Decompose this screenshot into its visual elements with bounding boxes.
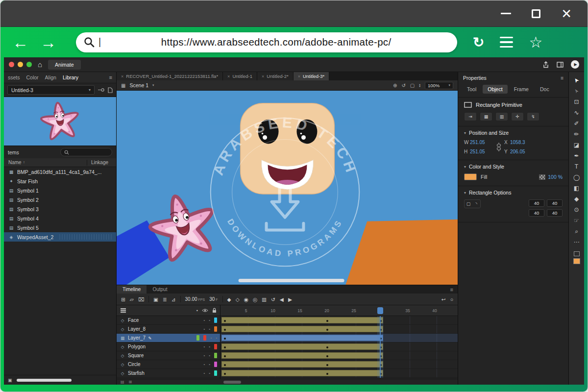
list-item[interactable]: ▤ Symbol 5 [4,223,116,232]
frame-rows[interactable] [220,316,458,378]
frame-row[interactable] [220,343,458,351]
minimize-button[interactable] [501,13,511,14]
more-tools-button[interactable]: ⋯ [570,237,583,247]
classic-brush-tool[interactable]: ✏ [570,129,583,139]
pin-library-icon[interactable] [98,88,104,92]
hand-tool[interactable]: ☞ [570,215,583,225]
lasso-tool[interactable]: ∿ [570,107,583,118]
maximize-button[interactable] [532,9,540,18]
x-value[interactable]: 1058.3 [510,140,537,145]
doc-tab[interactable]: × Untitled-2* [257,72,294,80]
forward-button[interactable]: → [40,34,56,50]
close-dot-icon[interactable] [9,62,14,67]
frame-row[interactable] [220,369,458,378]
onion-outline-icon[interactable]: ◎ [253,296,257,302]
frame-span[interactable] [221,370,383,376]
zoom-tool[interactable]: ⌕ [570,226,583,236]
url-bar[interactable]: | https://www.arabseedtech.com/adobe-ani… [76,32,457,52]
frames-area[interactable]: 5 10 15 20 25 30 35 40 [220,305,458,379]
pen-tool[interactable]: ✒ [570,150,583,161]
tab-object[interactable]: Object [483,85,507,94]
visibility-dot-icon[interactable]: • [203,344,205,349]
object-action-button[interactable]: ▦ [480,112,492,121]
edit-multiple-frames-icon[interactable]: ▥ [262,296,267,302]
doc-tab[interactable]: × RECOVER_Untitled-1_20221222153811.fla* [117,72,223,80]
object-action-button[interactable]: ⇥ [464,112,477,121]
radius-input-br[interactable]: 40 [547,209,563,217]
layers-stack-icon[interactable] [120,308,126,313]
lock-dot-icon[interactable]: • [209,344,210,349]
library-search-input[interactable] [60,148,112,156]
object-action-button[interactable]: ✛ [511,112,524,121]
advanced-layers-icon[interactable]: ≣ [163,296,167,302]
footer-icon[interactable]: ▣ [8,378,12,383]
fps-display[interactable]: 30.00 FPS [185,296,205,302]
frame-ruler[interactable]: 5 10 15 20 25 30 35 40 [220,305,458,316]
close-tab-icon[interactable]: × [121,74,123,79]
tab-frame[interactable]: Frame [509,85,534,94]
frame-span[interactable] [221,317,383,323]
stroke-color-swatch[interactable] [574,251,580,256]
layer-row[interactable]: ◇ Layer_8 • • [117,325,220,334]
close-tab-icon[interactable]: × [298,74,300,79]
rotate-view-icon[interactable]: ↺ [401,83,405,88]
insert-frame-icon[interactable]: ⊞ [121,296,125,302]
list-item[interactable]: ▤ Symbol 2 [4,195,116,204]
show-all-icon[interactable]: • [196,308,198,313]
timeline-horizontal-scrollbar[interactable] [223,381,241,384]
frame-span[interactable] [221,361,383,368]
scene-icon[interactable]: ▦ [121,83,125,88]
y-value[interactable]: 206.05 [510,149,537,154]
name-column-header[interactable]: Name [8,160,22,165]
orange-polygon[interactable] [345,220,458,285]
panel-menu-icon[interactable]: ≡ [561,75,564,81]
graph-editor-icon[interactable]: ⊿ [172,296,176,302]
lock-icon[interactable] [212,308,217,313]
tab-output[interactable]: Output [147,285,173,294]
onion-skin-icon[interactable]: ◉ [244,296,248,302]
layer-row-selected[interactable]: ▦ Layer_7 ✎ • • [117,334,220,343]
new-folder-icon[interactable]: ▱ [130,296,134,302]
list-item[interactable]: ▤ Symbol 4 [4,214,116,223]
radius-input-bl[interactable]: 40 [529,209,544,217]
clip-content-icon[interactable]: ▢ [410,83,415,88]
tab-color[interactable]: Color [26,74,39,80]
frame-row[interactable] [220,351,458,360]
visibility-dot-icon[interactable]: • [203,371,205,375]
record-icon[interactable]: ○ [450,296,453,302]
corner-mode-toggle[interactable]: ▢ ◝ [464,199,481,208]
tab-doc[interactable]: Doc [535,85,554,94]
new-library-panel-icon[interactable] [108,87,113,93]
section-header[interactable]: ▾ Rectangle Options [464,190,563,196]
zoom-select[interactable]: 100% ▾ [425,82,453,89]
frame-span[interactable] [221,343,383,350]
camera-icon[interactable]: ▣ [153,296,158,302]
lock-dot-icon[interactable]: • [216,336,217,340]
tab-timeline[interactable]: Timeline [117,285,147,294]
workspace-icon[interactable] [557,62,564,68]
horizontal-scrollbar[interactable] [17,379,72,382]
home-icon[interactable]: ⌂ [38,61,42,68]
corner-round-icon[interactable]: ◝ [472,200,480,208]
close-tab-icon[interactable]: × [262,74,264,79]
url-text[interactable]: https://www.arabseedtech.com/adobe-anima… [103,36,449,48]
paint-bucket-tool[interactable]: ◧ [570,183,583,193]
library-document-select[interactable]: Untitled-3 ▾ [7,85,95,95]
list-item[interactable]: ▤ Symbol 3 [4,204,116,214]
panel-menu-icon[interactable]: ≡ [450,285,458,294]
insert-blank-keyframe-icon[interactable]: ◇ [236,296,240,302]
layer-row[interactable]: ◇ Starfish • • [117,369,220,378]
back-button[interactable]: ← [12,34,28,50]
close-tab-icon[interactable]: × [227,74,230,79]
visibility-dot-icon[interactable]: • [203,327,205,331]
corner-square-icon[interactable]: ▢ [465,200,472,208]
layer-row[interactable]: ◇ Face • • [117,316,220,325]
delete-icon[interactable]: ⌧ [138,296,144,302]
lock-dot-icon[interactable]: • [209,318,210,322]
radius-input-tl[interactable]: 40 [529,199,544,207]
radius-input-tr[interactable]: 40 [547,199,563,207]
test-movie-icon[interactable]: ▶ [571,60,579,69]
eraser-tool[interactable]: ◪ [570,140,583,150]
layer-row[interactable]: ◇ Square • • [117,351,220,360]
height-value[interactable]: 251.05 [470,149,493,154]
